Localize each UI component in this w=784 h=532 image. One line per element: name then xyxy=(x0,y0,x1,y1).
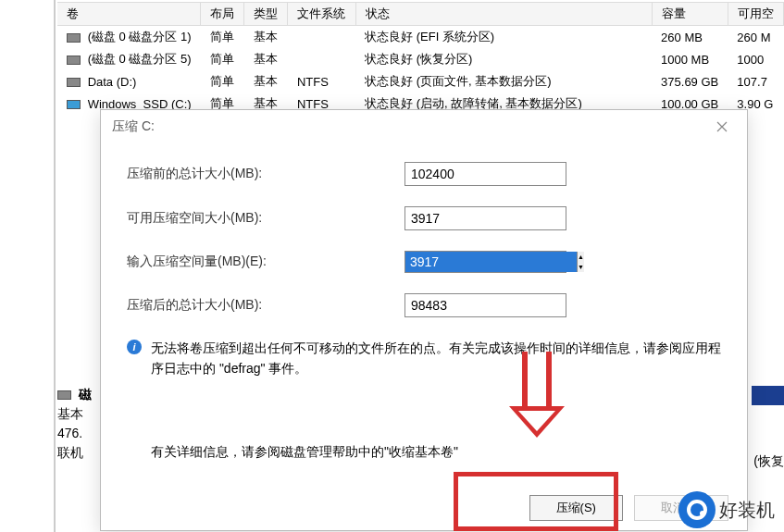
shrink-dialog: 压缩 C: 压缩前的总计大小(MB): 102400 可用压缩空间大小(MB):… xyxy=(100,109,748,531)
col-capacity[interactable]: 容量 xyxy=(652,3,728,26)
cell-name: Data (D:) xyxy=(88,75,137,89)
disk-summary: 磁 基本 476. 联机 xyxy=(57,385,92,463)
col-volume[interactable]: 卷 xyxy=(57,3,201,26)
cell-free: 107.7 xyxy=(728,70,783,93)
volume-icon xyxy=(67,100,81,109)
disk-size: 476. xyxy=(57,424,92,443)
cell-status: 状态良好 (页面文件, 基本数据分区) xyxy=(355,70,652,93)
info-text: 无法将卷压缩到超出任何不可移动的文件所在的点。有关完成该操作时间的详细信息，请参… xyxy=(151,338,721,379)
dialog-title: 压缩 C: xyxy=(112,118,155,135)
close-button[interactable] xyxy=(708,118,736,136)
value-available-shrink: 3917 xyxy=(404,206,566,230)
close-icon xyxy=(716,121,728,132)
col-free[interactable]: 可用空 xyxy=(728,3,783,26)
cell-capacity: 1000 MB xyxy=(652,48,728,70)
cell-free: 1000 xyxy=(728,48,783,70)
cell-layout: 简单 xyxy=(201,26,244,49)
watermark-text: 好装机 xyxy=(719,498,775,523)
col-type[interactable]: 类型 xyxy=(244,3,288,26)
cell-fs xyxy=(288,26,355,49)
volume-icon xyxy=(67,56,81,65)
col-filesystem[interactable]: 文件系统 xyxy=(288,3,355,26)
cell-fs: NTFS xyxy=(288,70,355,93)
value-total-after: 98483 xyxy=(404,293,566,317)
cell-name: (磁盘 0 磁盘分区 5) xyxy=(88,52,192,66)
table-row[interactable]: (磁盘 0 磁盘分区 5)简单基本状态良好 (恢复分区)1000 MB1000 xyxy=(57,48,784,70)
volume-icon xyxy=(67,33,81,43)
partition-stripe xyxy=(752,386,784,405)
watermark-logo-icon xyxy=(678,491,716,528)
spinner-down[interactable]: ▼ xyxy=(578,262,584,272)
cell-layout: 简单 xyxy=(201,48,244,70)
disk-type: 基本 xyxy=(57,404,92,424)
volume-table: 卷 布局 类型 文件系统 状态 容量 可用空 (磁盘 0 磁盘分区 1)简单基本… xyxy=(57,3,784,115)
value-total-before: 102400 xyxy=(404,162,566,186)
shrink-amount-input[interactable] xyxy=(405,252,577,272)
table-header-row: 卷 布局 类型 文件系统 状态 容量 可用空 xyxy=(57,3,784,26)
label-total-after: 压缩后的总计大小(MB): xyxy=(127,297,404,314)
cell-free: 260 M xyxy=(728,26,783,49)
volume-icon xyxy=(67,78,81,87)
cell-layout: 简单 xyxy=(201,70,244,93)
col-status[interactable]: 状态 xyxy=(355,3,652,26)
cell-capacity: 375.69 GB xyxy=(652,70,728,93)
spinner-up[interactable]: ▲ xyxy=(578,252,584,262)
disk-status: 联机 xyxy=(57,443,92,463)
label-available-shrink: 可用压缩空间大小(MB): xyxy=(127,210,404,227)
label-total-before: 压缩前的总计大小(MB): xyxy=(127,166,404,182)
table-row[interactable]: Data (D:)简单基本NTFS状态良好 (页面文件, 基本数据分区)375.… xyxy=(57,70,784,93)
cell-type: 基本 xyxy=(244,70,288,93)
disk-icon xyxy=(57,390,71,400)
partition-label-partial: (恢复 xyxy=(753,453,784,470)
info-icon: i xyxy=(127,340,142,354)
disk-label: 磁 xyxy=(79,387,92,402)
cell-name: (磁盘 0 磁盘分区 1) xyxy=(88,30,192,43)
watermark: 好装机 xyxy=(678,491,775,528)
cell-status: 状态良好 (恢复分区) xyxy=(355,48,652,70)
cell-type: 基本 xyxy=(244,48,288,70)
cell-status: 状态良好 (EFI 系统分区) xyxy=(355,26,652,49)
label-shrink-amount: 输入压缩空间量(MB)(E): xyxy=(127,254,404,270)
dialog-title-bar: 压缩 C: xyxy=(101,110,747,143)
volume-table-container: 卷 布局 类型 文件系统 状态 容量 可用空 (磁盘 0 磁盘分区 1)简单基本… xyxy=(57,2,784,115)
help-text: 有关详细信息，请参阅磁盘管理帮助中的"收缩基本卷" xyxy=(151,444,721,461)
table-row[interactable]: (磁盘 0 磁盘分区 1)简单基本状态良好 (EFI 系统分区)260 MB26… xyxy=(57,26,784,49)
col-layout[interactable]: 布局 xyxy=(201,3,244,26)
cell-fs xyxy=(288,48,355,70)
cell-type: 基本 xyxy=(244,26,288,49)
shrink-amount-input-wrap: ▲ ▼ xyxy=(404,251,566,273)
shrink-button[interactable]: 压缩(S) xyxy=(529,495,623,521)
cell-capacity: 260 MB xyxy=(652,26,728,49)
